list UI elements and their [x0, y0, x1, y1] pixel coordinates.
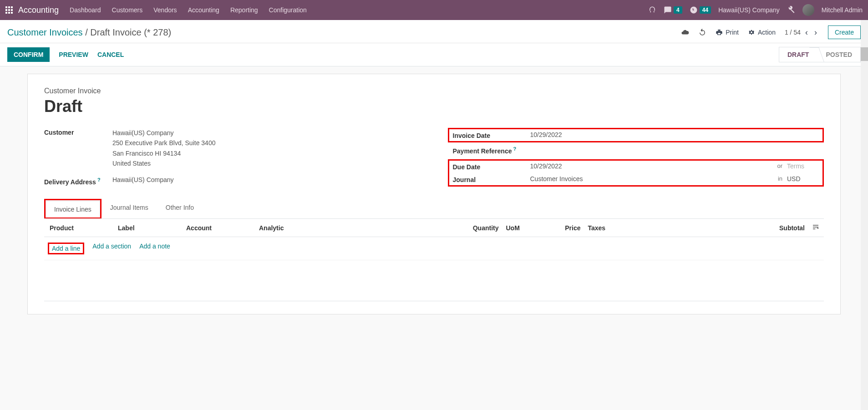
nav-reporting[interactable]: Reporting	[230, 6, 258, 14]
form-sheet: Customer Invoice Draft Customer Hawaii(U…	[27, 74, 841, 314]
apps-icon[interactable]	[5, 6, 13, 14]
journal-value[interactable]: Customer Invoices	[530, 175, 773, 182]
top-navbar: Accounting Dashboard Customers Vendors A…	[0, 0, 868, 20]
journal-label: Journal	[453, 175, 530, 183]
table-empty-area	[44, 260, 824, 301]
invoice-date-value[interactable]: 10/29/2022	[530, 131, 819, 138]
create-button[interactable]: Create	[828, 25, 861, 39]
breadcrumb-bar: Customer Invoices / Draft Invoice (* 278…	[0, 20, 868, 43]
form-right-col: Invoice Date 10/29/2022 Payment Referenc…	[448, 128, 824, 190]
print-icon	[716, 29, 723, 36]
content-area: Customer Invoice Draft Customer Hawaii(U…	[0, 66, 868, 322]
chat-icon	[664, 6, 672, 14]
th-product: Product	[46, 224, 114, 232]
cancel-button[interactable]: CANCEL	[97, 51, 124, 58]
clock-badge: 44	[700, 6, 711, 14]
app-brand[interactable]: Accounting	[18, 5, 59, 15]
add-section-link[interactable]: Add a section	[92, 243, 131, 254]
action-button[interactable]: Action	[748, 29, 776, 36]
chat-badge: 4	[674, 6, 682, 14]
due-date-value[interactable]: 10/29/2022	[530, 162, 773, 170]
scrollbar-thumb[interactable]	[861, 47, 868, 61]
action-bar: CONFIRM PREVIEW CANCEL DRAFT POSTED	[0, 43, 868, 66]
th-label: Label	[114, 224, 183, 232]
th-quantity: Quantity	[452, 224, 503, 232]
table-header: Product Label Account Analytic Quantity …	[44, 219, 824, 237]
form-grid: Customer Hawaii(US) Company 250 Executiv…	[44, 128, 824, 190]
th-taxes: Taxes	[584, 224, 630, 232]
customer-label: Customer	[44, 128, 112, 136]
add-note-link[interactable]: Add a note	[139, 243, 170, 254]
tab-other-info[interactable]: Other Info	[157, 199, 203, 218]
doc-type-label: Customer Invoice	[44, 87, 824, 95]
preview-button[interactable]: PREVIEW	[59, 51, 88, 58]
undo-icon[interactable]	[698, 28, 706, 36]
th-price: Price	[539, 224, 584, 232]
company-selector[interactable]: Hawaii(US) Company	[718, 6, 780, 14]
breadcrumb-current: Draft Invoice (* 278)	[90, 27, 171, 37]
tab-journal-items[interactable]: Journal Items	[102, 199, 157, 218]
add-line-link[interactable]: Add a line	[52, 245, 80, 252]
nav-right: 4 44 Hawaii(US) Company Mitchell Admin	[648, 4, 863, 16]
th-uom: UoM	[503, 224, 539, 232]
tab-invoice-lines[interactable]: Invoice Lines	[46, 201, 100, 218]
invoice-date-label: Invoice Date	[453, 131, 530, 139]
scrollbar[interactable]	[861, 20, 868, 322]
nav-customers[interactable]: Customers	[112, 6, 143, 14]
pager-prev[interactable]: ‹	[803, 28, 810, 37]
cloud-icon[interactable]	[681, 28, 689, 36]
th-account: Account	[183, 224, 255, 232]
user-name[interactable]: Mitchell Admin	[822, 6, 863, 14]
nav-menu: Dashboard Customers Vendors Accounting R…	[70, 6, 307, 14]
currency-value[interactable]: USD	[787, 175, 819, 182]
pager: 1 / 54	[785, 29, 801, 36]
nav-configuration[interactable]: Configuration	[269, 6, 307, 14]
nav-dashboard[interactable]: Dashboard	[70, 6, 101, 14]
status-flow: DRAFT POSTED	[779, 47, 861, 62]
avatar[interactable]	[802, 4, 814, 16]
tabs: Invoice Lines Journal Items Other Info	[44, 199, 824, 219]
pager-next[interactable]: ›	[812, 28, 819, 37]
breadcrumb-parent[interactable]: Customer Invoices	[7, 27, 83, 37]
journal-row: Customer Invoices in USD	[530, 175, 819, 182]
help-icon[interactable]: ?	[96, 177, 101, 182]
clock-badge-wrap[interactable]: 44	[690, 6, 711, 14]
delivery-value[interactable]: Hawaii(US) Company	[112, 176, 421, 183]
add-line-highlight: Add a line	[48, 243, 84, 254]
due-journal-highlight: Due Date 10/29/2022 or Terms Journal Cus…	[448, 159, 824, 187]
due-date-row: 10/29/2022 or Terms	[530, 162, 819, 170]
doc-title: Draft	[44, 97, 824, 116]
in-label: in	[778, 175, 782, 182]
nav-vendors[interactable]: Vendors	[153, 6, 177, 14]
th-subtotal: Subtotal	[754, 224, 808, 232]
form-left-col: Customer Hawaii(US) Company 250 Executiv…	[44, 128, 421, 190]
help-icon[interactable]: ?	[512, 146, 516, 152]
print-button[interactable]: Print	[716, 29, 739, 36]
subbar-right: Print Action 1 / 54 ‹ › Create	[681, 25, 861, 39]
breadcrumb: Customer Invoices / Draft Invoice (* 278…	[7, 27, 171, 38]
delivery-label: Delivery Address ?	[44, 176, 112, 186]
table-actions: Add a line Add a section Add a note	[44, 237, 824, 260]
due-date-label: Due Date	[453, 162, 530, 171]
status-draft[interactable]: DRAFT	[779, 47, 817, 62]
confirm-button[interactable]: CONFIRM	[7, 47, 50, 62]
chat-badge-wrap[interactable]: 4	[664, 6, 682, 14]
tools-icon[interactable]	[787, 6, 795, 14]
status-posted[interactable]: POSTED	[817, 47, 861, 62]
or-label: or	[777, 162, 782, 169]
invoice-date-highlight: Invoice Date 10/29/2022	[448, 128, 824, 142]
customer-value[interactable]: Hawaii(US) Company 250 Executive Park Bl…	[112, 128, 421, 169]
th-analytic: Analytic	[255, 224, 328, 232]
nav-accounting[interactable]: Accounting	[188, 6, 219, 14]
tab-invoice-lines-highlight: Invoice Lines	[44, 199, 102, 218]
phone-icon[interactable]	[648, 6, 656, 14]
columns-config-icon[interactable]	[808, 223, 822, 232]
payment-ref-label: Payment Reference ?	[453, 145, 530, 155]
clock-icon	[690, 6, 698, 14]
gear-icon	[748, 29, 755, 36]
terms-input[interactable]: Terms	[787, 162, 819, 170]
